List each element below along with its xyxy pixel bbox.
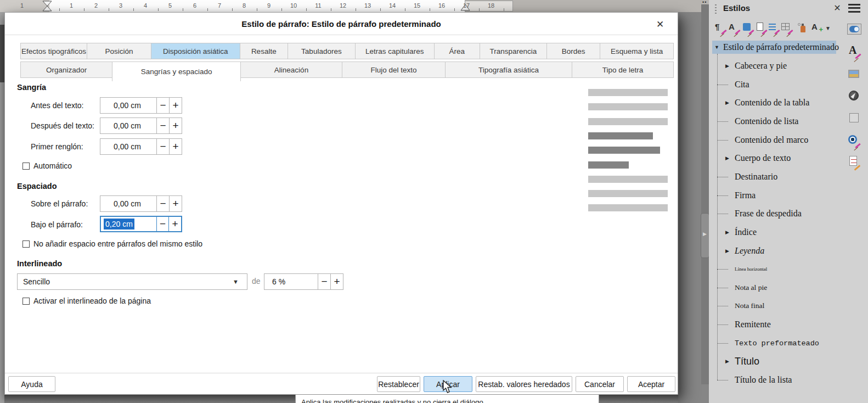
preview-bar xyxy=(588,147,660,154)
style-item-label: Leyenda xyxy=(735,246,764,256)
style-item[interactable]: Contenido del marco xyxy=(709,131,843,149)
style-item[interactable]: Firma xyxy=(709,186,843,205)
tree-stub-line xyxy=(717,269,728,270)
expand-arrow-icon[interactable]: ▶ xyxy=(725,63,729,69)
tab-flujo-del-texto[interactable]: Flujo del texto xyxy=(342,61,446,78)
style-item-label: Contenido de lista xyxy=(735,116,798,126)
tab-tipografia-asiatica[interactable]: Tipografía asiática xyxy=(445,61,572,78)
indent-marker-icon[interactable] xyxy=(42,1,52,12)
ruler-tick xyxy=(356,8,356,11)
tab-organizador[interactable]: Organizador xyxy=(20,61,112,78)
tab-transparencia[interactable]: Transparencia xyxy=(480,43,547,59)
minus-button[interactable]: − xyxy=(156,217,169,231)
style-item[interactable]: ▶Cabecera y pie xyxy=(709,57,843,75)
plus-button[interactable]: + xyxy=(330,274,343,289)
tree-stub-line xyxy=(717,177,728,177)
ruler-active-area xyxy=(49,0,465,12)
style-item[interactable]: Cita xyxy=(709,75,843,94)
plus-button[interactable]: + xyxy=(169,196,182,211)
expand-arrow-icon[interactable]: ▶ xyxy=(725,248,729,254)
tab-alineacion[interactable]: Alineación xyxy=(240,61,342,78)
ruler-tick xyxy=(109,8,109,11)
interlineado-percent-input[interactable]: 6 % xyxy=(264,274,318,289)
horizontal-ruler[interactable]: 1 123456789101112131415161718 xyxy=(0,0,709,12)
bajo-el-parrafo-input[interactable]: 0,20 cm xyxy=(101,217,156,231)
despues-del-texto-input[interactable]: 0,00 cm xyxy=(100,118,156,133)
minus-button[interactable]: − xyxy=(156,196,169,211)
plus-button[interactable]: + xyxy=(169,98,182,113)
tab-posicion[interactable]: Posición xyxy=(87,43,151,59)
tree-stub-line xyxy=(717,121,728,122)
sobre-el-parrafo-input[interactable]: 0,00 cm xyxy=(100,196,156,211)
style-item[interactable]: ▶Contenido de la tabla xyxy=(709,93,843,112)
tab-esquema-y-lista[interactable]: Esquema y lista xyxy=(600,43,674,59)
antes-del-texto-label: Antes del texto: xyxy=(31,101,84,110)
style-item[interactable]: Destinatario xyxy=(709,167,843,186)
preview-bar xyxy=(588,176,668,183)
antes-del-texto-input[interactable]: 0,00 cm xyxy=(100,98,156,113)
tab-area[interactable]: Área xyxy=(434,43,480,59)
ruler-number: 1 xyxy=(65,2,77,9)
tab-sangrias-y-espaciado[interactable]: Sangrías y espaciado xyxy=(112,61,241,81)
plus-button[interactable]: + xyxy=(169,139,182,154)
expand-arrow-icon[interactable]: ▶ xyxy=(725,359,729,364)
automatico-checkbox[interactable] xyxy=(22,163,30,170)
style-item[interactable]: Línea horizontal xyxy=(709,260,843,278)
style-item[interactable]: ▶Índice xyxy=(709,223,843,242)
plus-button[interactable]: + xyxy=(169,118,182,133)
chevron-down-icon: ▼ xyxy=(233,278,247,285)
ruler-number: 11 xyxy=(312,2,324,9)
style-item[interactable]: ▶Leyenda xyxy=(709,242,843,260)
tree-stub-line xyxy=(717,140,728,141)
ruler-number: 8 xyxy=(238,2,250,9)
style-item[interactable]: ▶Cuerpo de texto xyxy=(709,149,843,167)
tab-tipo-de-letra[interactable]: Tipo de letra xyxy=(572,61,674,78)
primer-renglon-input[interactable]: 0,00 cm xyxy=(100,139,156,154)
style-item[interactable]: Nota al pie xyxy=(709,278,843,297)
tree-stub-line xyxy=(717,85,728,85)
restab-valores-heredados-button[interactable]: Restab. valores heredados xyxy=(476,376,572,392)
tab-tabuladores[interactable]: Tabuladores xyxy=(288,43,356,59)
tab-letras-capitulares[interactable]: Letras capitulares xyxy=(355,43,435,59)
style-item[interactable]: Texto preformateado xyxy=(709,334,843,352)
style-item[interactable]: Remitente xyxy=(709,315,843,334)
minus-button[interactable]: − xyxy=(156,118,169,133)
ayuda-button[interactable]: Ayuda xyxy=(8,376,55,392)
minus-button[interactable]: − xyxy=(318,274,330,289)
tree-stub-line xyxy=(717,306,728,306)
style-item[interactable]: Nota final xyxy=(709,296,843,315)
style-item[interactable]: Contenido de lista xyxy=(709,112,843,131)
style-item[interactable]: Título de la lista xyxy=(709,371,843,389)
style-item[interactable]: ▶Título xyxy=(709,352,843,371)
splitter-collapse-icon[interactable]: ▶ xyxy=(703,231,707,237)
aceptar-button[interactable]: Aceptar xyxy=(627,376,675,392)
restablecer-button[interactable]: Restablecer xyxy=(377,376,420,392)
bajo-el-parrafo-field: 0,20 cm − + xyxy=(100,216,182,232)
ruler-number: 9 xyxy=(263,2,275,9)
style-item-label: Cuerpo de texto xyxy=(735,153,791,163)
expand-arrow-icon[interactable]: ▶ xyxy=(725,230,729,235)
plus-button[interactable]: + xyxy=(168,217,181,231)
style-item[interactable]: Frase de despedida xyxy=(709,204,843,223)
activar-interlineado-checkbox[interactable] xyxy=(22,298,30,305)
tab-disposicion-asiatica[interactable]: Disposición asiática xyxy=(151,43,240,59)
ruler-number: 4 xyxy=(139,2,151,9)
expand-arrow-icon[interactable]: ▶ xyxy=(725,100,729,105)
tab-bordes[interactable]: Bordes xyxy=(546,43,600,59)
style-item-label: Nota al pie xyxy=(735,283,767,292)
tab-resalte[interactable]: Resalte xyxy=(240,43,288,59)
ruler-tick xyxy=(454,8,455,11)
sidebar-splitter[interactable] xyxy=(701,4,709,384)
tree-stub-line xyxy=(717,324,728,325)
tooltip: Aplica las modificaciones realizadas y n… xyxy=(295,394,599,403)
tab-efectos-tipograficos[interactable]: Efectos tipográficos xyxy=(20,43,87,59)
interlineado-dropdown[interactable]: Sencillo ▼ xyxy=(17,273,247,290)
dialog-close-icon[interactable]: ✕ xyxy=(655,19,666,30)
minus-button[interactable]: − xyxy=(156,139,169,154)
no-anadir-espacio-checkbox[interactable] xyxy=(22,240,30,248)
cancelar-button[interactable]: Cancelar xyxy=(576,376,624,392)
minus-button[interactable]: − xyxy=(156,98,169,113)
bajo-el-parrafo-label: Bajo el párrafo: xyxy=(31,220,83,229)
preview-bar xyxy=(588,190,668,197)
expand-arrow-icon[interactable]: ▶ xyxy=(725,155,729,161)
